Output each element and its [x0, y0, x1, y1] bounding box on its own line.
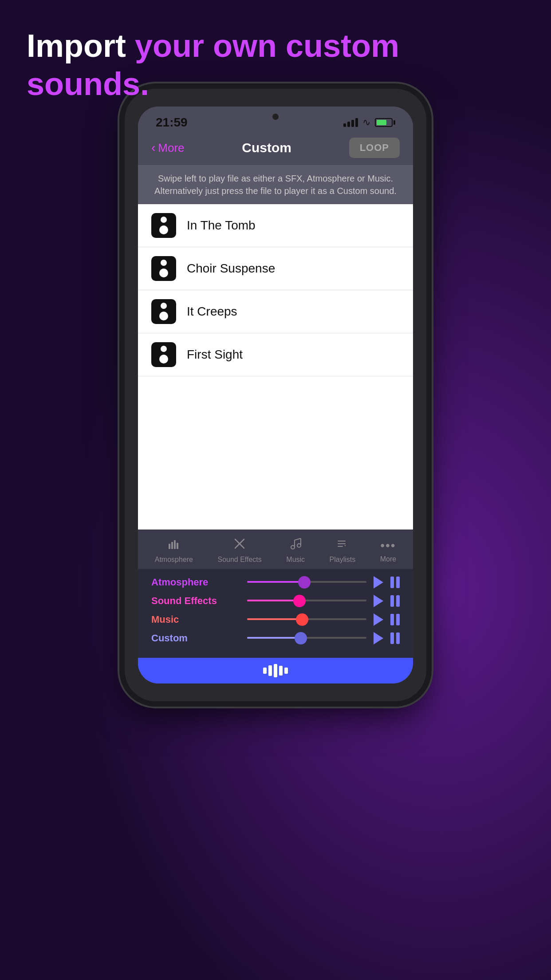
sfx-slider[interactable] — [247, 600, 366, 602]
status-time: 21:59 — [156, 115, 188, 130]
tab-atmosphere-label: Atmosphere — [155, 556, 193, 564]
status-icons: ∿ — [343, 117, 395, 128]
music-pause-button[interactable] — [390, 614, 400, 625]
sound-name: First Sight — [187, 348, 243, 362]
sound-speaker-icon — [151, 256, 176, 281]
headline-prefix: Import — [27, 28, 135, 63]
svg-rect-0 — [169, 544, 170, 549]
back-chevron-icon: ‹ — [151, 141, 155, 155]
hint-text: Swipe left to play file as either a SFX,… — [151, 172, 400, 197]
soundeffects-icon — [233, 537, 246, 553]
music-play-button[interactable] — [374, 613, 383, 626]
player-section: Atmosphere Sound Effects — [138, 569, 413, 658]
atmosphere-play-button[interactable] — [374, 576, 383, 589]
playlists-icon — [336, 537, 349, 553]
bottom-bar[interactable] — [138, 658, 413, 684]
svg-point-6 — [291, 545, 295, 549]
page-title: Custom — [242, 140, 291, 155]
tab-more[interactable]: ••• More — [380, 538, 396, 563]
music-player-label: Music — [151, 614, 240, 625]
list-item[interactable]: Choir Suspense — [138, 247, 413, 290]
tab-playlists-label: Playlists — [330, 556, 356, 564]
headline: Import your own custom sounds. — [27, 27, 524, 103]
list-item[interactable]: First Sight — [138, 333, 413, 376]
tab-more-label: More — [380, 555, 396, 563]
tab-music-label: Music — [286, 556, 305, 564]
tab-soundeffects[interactable]: Sound Effects — [217, 537, 261, 564]
player-row-custom: Custom — [151, 632, 400, 644]
sound-name: Choir Suspense — [187, 261, 275, 276]
music-icon — [289, 537, 302, 553]
more-icon: ••• — [380, 538, 396, 553]
custom-controls — [374, 632, 400, 644]
atmosphere-pause-button[interactable] — [390, 577, 400, 588]
player-row-music: Music — [151, 613, 400, 626]
tab-soundeffects-label: Sound Effects — [217, 556, 261, 564]
tab-bar: Atmosphere Sound Effects — [138, 530, 413, 569]
sound-name: In The Tomb — [187, 218, 256, 233]
hint-bar: Swipe left to play file as either a SFX,… — [138, 165, 413, 204]
svg-rect-1 — [171, 542, 173, 549]
sound-speaker-icon — [151, 342, 176, 367]
atmosphere-controls — [374, 576, 400, 589]
sfx-play-button[interactable] — [374, 595, 383, 607]
svg-point-7 — [297, 544, 301, 547]
custom-player-label: Custom — [151, 632, 240, 644]
atmosphere-slider[interactable] — [247, 581, 366, 584]
wifi-icon: ∿ — [362, 117, 370, 128]
list-item[interactable]: In The Tomb — [138, 204, 413, 247]
music-slider[interactable] — [247, 618, 366, 621]
signal-icon — [343, 118, 358, 127]
camera-dot — [272, 114, 279, 120]
player-row-atmosphere: Atmosphere — [151, 576, 400, 589]
custom-slider[interactable] — [247, 637, 366, 640]
sfx-pause-button[interactable] — [390, 595, 400, 607]
player-row-sfx: Sound Effects — [151, 595, 400, 607]
battery-icon — [375, 118, 395, 127]
tab-music[interactable]: Music — [286, 537, 305, 564]
music-controls — [374, 613, 400, 626]
waveform-icon — [263, 664, 288, 677]
sound-speaker-icon — [151, 213, 176, 238]
custom-pause-button[interactable] — [390, 632, 400, 644]
sfx-controls — [374, 595, 400, 607]
atmosphere-icon — [168, 537, 180, 553]
status-bar: 21:59 ∿ — [138, 107, 413, 134]
sound-speaker-icon — [151, 299, 176, 324]
sfx-player-label: Sound Effects — [151, 595, 240, 607]
custom-play-button[interactable] — [374, 632, 383, 644]
loop-button[interactable]: LOOP — [349, 138, 400, 158]
phone-screen: 21:59 ∿ ‹ More Custom LOOP — [138, 107, 413, 684]
sound-name: It Creeps — [187, 304, 237, 319]
svg-rect-3 — [177, 543, 178, 549]
sound-list: In The Tomb Choir Suspense It Creeps — [138, 204, 413, 530]
list-item[interactable]: It Creeps — [138, 290, 413, 333]
back-button[interactable]: ‹ More — [151, 141, 185, 155]
phone-frame: 21:59 ∿ ‹ More Custom LOOP — [125, 89, 426, 701]
svg-line-10 — [295, 538, 301, 540]
nav-bar: ‹ More Custom LOOP — [138, 134, 413, 165]
tab-atmosphere[interactable]: Atmosphere — [155, 537, 193, 564]
svg-rect-2 — [174, 540, 176, 549]
back-label: More — [158, 141, 184, 155]
atmosphere-player-label: Atmosphere — [151, 577, 240, 588]
tab-playlists[interactable]: Playlists — [330, 537, 356, 564]
